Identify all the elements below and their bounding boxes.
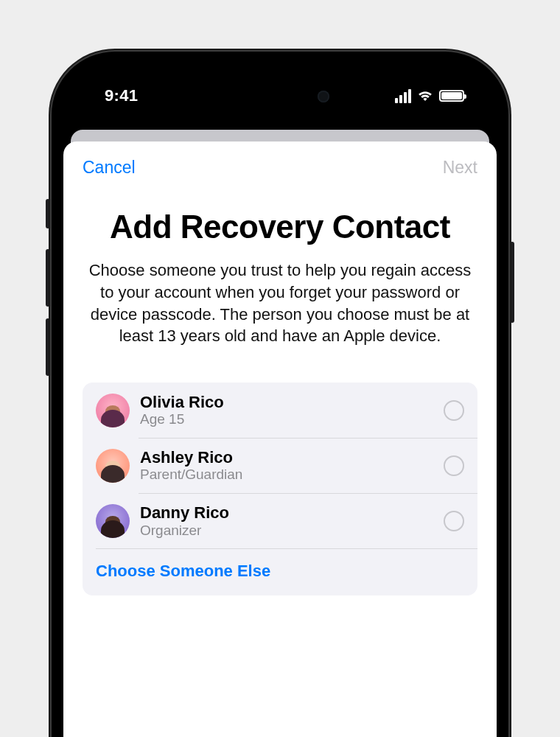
battery-icon [439,90,464,102]
contact-subtitle: Age 15 [140,411,444,427]
choose-someone-else-link[interactable]: Choose Someone Else [96,562,270,580]
power-button [510,242,514,323]
contact-name: Danny Rico [140,503,444,522]
status-time: 9:41 [105,86,138,105]
contact-subtitle: Organizer [140,523,444,539]
choose-someone-else-row[interactable]: Choose Someone Else [83,548,477,595]
contact-name: Ashley Rico [140,448,444,467]
avatar-icon [96,504,130,538]
cellular-signal-icon [395,89,411,103]
page-description: Choose someone you trust to help you reg… [85,259,475,347]
contact-row-ashley[interactable]: Ashley Rico Parent/Guardian [83,438,477,493]
screen: 9:41 [63,63,497,737]
front-camera-icon [318,91,329,102]
contact-text: Ashley Rico Parent/Guardian [140,448,444,483]
contact-list: Olivia Rico Age 15 Ashley Rico Parent/Gu… [83,383,477,595]
page-title: Add Recovery Contact [83,209,477,245]
contact-text: Olivia Rico Age 15 [140,393,444,427]
radio-unselected-icon[interactable] [444,455,464,476]
next-button[interactable]: Next [443,158,477,178]
status-icons [395,89,464,103]
nav-bar: Cancel Next [83,158,477,178]
contact-subtitle: Parent/Guardian [140,467,444,483]
device-frame: 9:41 [52,52,508,737]
device: 9:41 [52,52,508,737]
radio-unselected-icon[interactable] [444,511,464,531]
contact-row-danny[interactable]: Danny Rico Organizer [83,493,477,548]
contact-text: Danny Rico Organizer [140,503,444,538]
avatar-icon [96,449,130,483]
contact-row-olivia[interactable]: Olivia Rico Age 15 [83,383,477,438]
avatar-icon [96,394,130,427]
modal-sheet: Cancel Next Add Recovery Contact Choose … [63,142,497,737]
radio-unselected-icon[interactable] [444,400,464,421]
dynamic-island [217,80,343,113]
contact-name: Olivia Rico [140,393,444,411]
volume-up-button [46,249,50,307]
cancel-button[interactable]: Cancel [83,158,136,178]
mute-switch [46,199,50,228]
volume-down-button [46,318,50,376]
wifi-icon [417,90,433,102]
